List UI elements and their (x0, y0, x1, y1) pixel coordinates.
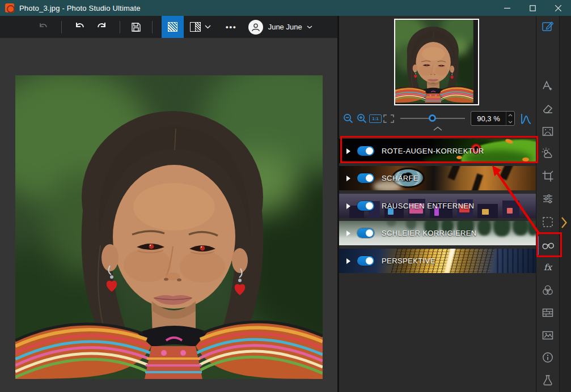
panel-label: PERSPEKTIVE (382, 257, 435, 265)
expand-caret-icon[interactable] (346, 258, 350, 264)
panel-label: SCHÄRFE (382, 174, 418, 182)
text-tool-icon[interactable] (540, 78, 556, 94)
crop-icon[interactable] (540, 168, 556, 184)
panel-rote-augen-korrektur[interactable]: ROTE-AUGEN-KORREKTUR (339, 139, 536, 163)
navigator-thumbnail[interactable] (394, 19, 479, 105)
account-name: June June (268, 23, 302, 31)
window-title: Photo_3.jpg - Photo Studio Ultimate (19, 4, 141, 12)
zoom-value[interactable]: 90,3 % (471, 112, 506, 125)
eraser-icon[interactable] (540, 101, 556, 117)
color-blend-icon[interactable] (540, 282, 556, 298)
edit-panel: 1:1 90,3 % (339, 16, 536, 392)
expand-caret-icon[interactable] (346, 176, 350, 181)
title-bar: Photo_3.jpg - Photo Studio Ultimate (0, 0, 571, 16)
app-logo-icon (5, 3, 14, 12)
red-eye-tool-icon[interactable] (540, 237, 556, 253)
panel-schaerfe[interactable]: SCHÄRFE (339, 166, 536, 190)
vignette-frame-icon[interactable] (540, 123, 556, 139)
edited-photo (15, 75, 323, 379)
actual-size-button[interactable]: 1:1 (369, 114, 382, 123)
panel-label: RAUSCHEN ENTFERNEN (382, 202, 474, 210)
minimize-button[interactable] (494, 0, 520, 16)
lab-flask-icon[interactable] (540, 372, 556, 388)
schaerfe-toggle-on[interactable] (357, 173, 374, 183)
close-button[interactable] (545, 0, 571, 16)
zoom-slider-handle[interactable] (429, 114, 436, 122)
adjust-sliders-icon[interactable] (540, 191, 556, 207)
histogram-icon[interactable] (519, 113, 532, 125)
expand-caret-icon[interactable] (346, 231, 350, 236)
menu-hamburger-icon[interactable] (6, 23, 16, 31)
more-options-button[interactable]: ••• (226, 23, 237, 31)
save-button[interactable] (130, 22, 142, 33)
split-view-button[interactable] (190, 22, 201, 32)
top-toolbar: ••• June June (0, 16, 337, 38)
undo-button[interactable] (73, 22, 85, 32)
panel-label: SCHLEIER KORRIGIEREN (382, 229, 477, 237)
schleier-toggle-on[interactable] (357, 228, 374, 238)
rauschen-toggle-on[interactable] (357, 201, 374, 211)
hatched-square-icon (168, 22, 177, 32)
redo-button[interactable] (96, 22, 108, 32)
panel-expander-strip (559, 16, 571, 392)
app-window: Photo_3.jpg - Photo Studio Ultimate (0, 0, 571, 392)
expand-caret-icon[interactable] (346, 203, 350, 209)
single-view-button-active[interactable] (162, 16, 184, 38)
zoom-out-icon[interactable] (342, 113, 354, 125)
info-icon[interactable] (540, 350, 556, 365)
zoom-step-down-icon[interactable] (506, 118, 514, 125)
zoom-bar: 1:1 90,3 % (339, 110, 536, 127)
zoom-slider[interactable] (400, 113, 465, 124)
history-back-icon-disabled (37, 22, 49, 32)
fit-image-icon[interactable] (383, 114, 395, 123)
maximize-button[interactable] (520, 0, 545, 16)
avatar-icon (248, 20, 263, 35)
image-canvas[interactable] (0, 38, 337, 392)
zoom-value-box[interactable]: 90,3 % (471, 111, 515, 126)
weather-sun-cloud-icon[interactable] (540, 146, 556, 161)
rote-augen-toggle-on[interactable] (357, 146, 374, 156)
perspektive-toggle-on[interactable] (357, 256, 374, 266)
selection-marquee-icon[interactable] (540, 214, 556, 230)
account-menu[interactable]: June June (248, 20, 312, 35)
panel-rauschen-entfernen[interactable]: RAUSCHEN ENTFERNEN (339, 194, 536, 218)
texture-bricks-icon[interactable] (540, 305, 556, 321)
active-tool-indicator (537, 236, 539, 255)
view-options-chevron-icon[interactable] (205, 25, 211, 29)
panel-perspektive[interactable]: PERSPEKTIVE (339, 249, 536, 273)
panel-schleier-korrigieren[interactable]: SCHLEIER KORRIGIEREN (339, 221, 536, 245)
collapse-zoombar-chevron-icon[interactable] (339, 126, 536, 131)
tools-sidebar: fx (536, 16, 559, 392)
zoom-step-up-icon[interactable] (506, 112, 514, 118)
expand-panel-chevron-icon[interactable] (561, 216, 568, 231)
expand-caret-icon[interactable] (346, 148, 350, 154)
zoom-in-icon[interactable] (356, 113, 368, 125)
effects-fx-icon[interactable]: fx (540, 259, 556, 275)
develop-notes-icon[interactable] (540, 19, 556, 35)
watermark-image-icon[interactable] (540, 327, 556, 343)
panel-label: ROTE-AUGEN-KORREKTUR (382, 147, 484, 155)
